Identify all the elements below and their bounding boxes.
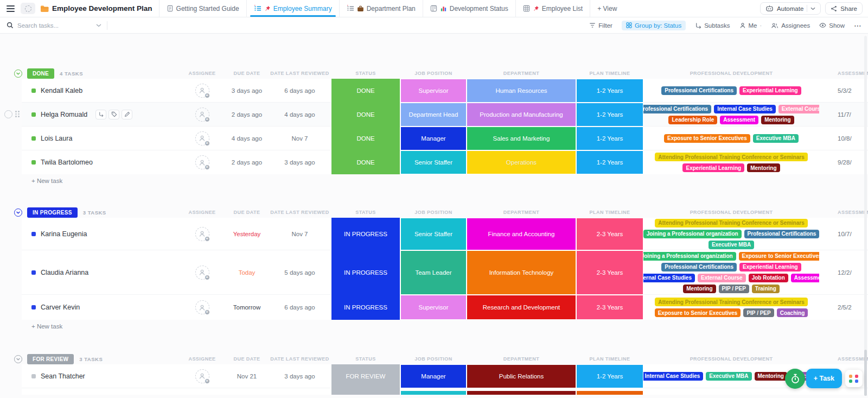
column-header-professional-development[interactable]: PROFESSIONAL DEVELOPMENT [643, 356, 819, 362]
task-status-bullet[interactable] [31, 374, 36, 378]
plan-timeline-cell-value[interactable]: 1-2 Years [577, 79, 643, 102]
new-task-button[interactable]: + New task [22, 320, 868, 333]
vertical-scrollbar-thumb[interactable] [864, 350, 867, 396]
tab-department-plan[interactable]: Department Plan [339, 0, 423, 17]
assessment-cell[interactable]: 9/28/ [819, 150, 868, 174]
column-header-job-position[interactable]: JOB POSITION [400, 356, 467, 362]
assessment-cell[interactable]: 2/5/2 [819, 295, 868, 320]
tag-external-course[interactable]: External Course [778, 105, 819, 113]
tag-internal-case-studies[interactable]: Internal Case Studies [643, 274, 695, 282]
group-status-badge[interactable]: DONE [27, 68, 54, 79]
tag-assessment[interactable]: Assessment [720, 116, 758, 124]
column-header-department[interactable]: DEPARTMENT [467, 210, 576, 215]
department-cell-value[interactable]: Operations [467, 151, 576, 174]
apps-launcher-button[interactable] [845, 370, 863, 387]
tag-training[interactable]: Training [752, 285, 780, 293]
column-header-job-position[interactable]: JOB POSITION [400, 210, 467, 215]
column-header-assessment[interactable]: ASSESSMENT [819, 210, 868, 215]
due-date-cell[interactable]: Tomorrow [225, 295, 269, 320]
status-cell-value[interactable]: DONE [331, 150, 400, 174]
tag-attending-professional-training-conference-or-seminars[interactable]: Attending Professional Training Conferen… [655, 298, 808, 306]
column-header-due-date[interactable]: DUE DATE [225, 356, 269, 362]
column-header-assignee[interactable]: ASSIGNEE [179, 71, 225, 76]
assessment-cell[interactable]: 5/3/2 [819, 79, 868, 103]
date-last-reviewed-cell[interactable]: Nov 7 [269, 218, 331, 250]
task-name[interactable]: Twila Bartolomeo [41, 159, 93, 166]
tag-job-rotation[interactable]: Job Rotation [749, 274, 788, 282]
automate-button[interactable]: Automate [760, 2, 821, 15]
task-status-bullet[interactable] [31, 89, 36, 93]
date-last-reviewed-cell[interactable]: 6 days ago [269, 295, 331, 320]
tag-experiential-learning[interactable]: Experiential Learning [682, 163, 744, 172]
job-position-cell-value[interactable]: Department Head [401, 103, 466, 126]
show-button[interactable]: Show [819, 22, 845, 29]
add-assignee-avatar[interactable]: + [195, 369, 209, 383]
tag-action-button[interactable] [108, 110, 119, 119]
tag-internal-case-studies[interactable]: Internal Case Studies [643, 372, 703, 381]
column-header-plan-timeline[interactable]: PLAN TIMELINE [576, 71, 643, 76]
breadcrumb[interactable]: Employee Development Plan [40, 4, 159, 12]
column-header-date-last-reviewed[interactable]: DATE LAST REVIEWED [269, 71, 331, 76]
plan-timeline-cell-value[interactable]: 1-2 Years [577, 151, 643, 174]
status-cell-value[interactable]: DONE [331, 103, 400, 127]
me-filter-button[interactable]: Me · [739, 22, 762, 29]
column-header-status[interactable]: STATUS [331, 356, 400, 362]
group-status-badge[interactable]: FOR REVIEW [27, 354, 74, 364]
more-options-button[interactable]: ⋯ [854, 21, 861, 30]
add-task-button[interactable]: + Task [806, 369, 842, 388]
task-name[interactable]: Kendall Kaleb [41, 87, 82, 94]
search-input[interactable]: Search tasks... [7, 22, 101, 29]
tag-mentoring[interactable]: Mentoring [755, 372, 787, 381]
department-cell-value[interactable]: Sales and Marketing [467, 127, 576, 150]
tag-executive-mba[interactable]: Executive MBA [709, 241, 754, 249]
tag-professional-certifications[interactable]: Professional Certifications [744, 230, 819, 238]
tag-exposure-to-senior-executives[interactable]: Exposure to Senior Executives [664, 134, 750, 143]
plan-timeline-cell-value[interactable]: 2-3 Years [577, 218, 643, 250]
collapse-chevron-icon[interactable] [14, 355, 22, 363]
due-date-cell[interactable]: Nov 21 [225, 364, 269, 388]
tab-getting-started-guide[interactable]: Getting Started Guide [159, 0, 246, 17]
plan-timeline-cell-value[interactable]: 1-2 Years [577, 127, 643, 150]
collapse-chevron-icon[interactable] [14, 209, 22, 217]
tab-employee-summary[interactable]: Employee Summary [246, 0, 339, 17]
column-header-status[interactable]: STATUS [331, 210, 400, 215]
tag-internal-case-studies[interactable]: Internal Case Studies [714, 105, 776, 113]
tag-professional-certifications[interactable]: Professional Certifications [661, 86, 737, 95]
due-date-cell[interactable]: Today [225, 250, 269, 295]
rename-action-button[interactable] [122, 110, 132, 119]
job-position-cell-value[interactable]: Supervisor [401, 295, 466, 319]
tab-development-status[interactable]: Development Status [423, 0, 515, 17]
task-status-bullet[interactable] [31, 232, 36, 236]
task-name[interactable]: Claudia Arianna [41, 269, 88, 276]
assessment-cell[interactable]: 12/2/ [819, 250, 868, 295]
column-header-date-last-reviewed[interactable]: DATE LAST REVIEWED [269, 356, 331, 362]
tag-leadership-role[interactable]: Leadership Role [668, 116, 717, 124]
subtask-action-button[interactable] [95, 110, 106, 119]
tag-mentoring[interactable]: Mentoring [747, 163, 780, 172]
date-last-reviewed-cell[interactable]: Nov 7 [269, 127, 331, 150]
status-cell-value[interactable]: IN PROGRESS [331, 295, 400, 320]
collapse-chevron-icon[interactable] [14, 70, 22, 78]
job-position-cell-value[interactable]: Senior Staffer [401, 151, 466, 174]
tag-professional-certifications[interactable]: Professional Certifications [661, 263, 737, 271]
task-status-bullet[interactable] [31, 160, 36, 165]
chevron-down-icon[interactable] [96, 24, 101, 27]
column-header-professional-development[interactable]: PROFESSIONAL DEVELOPMENT [643, 71, 819, 76]
add-assignee-avatar[interactable]: + [195, 300, 209, 314]
column-header-assessment[interactable]: ASSESSMENT [819, 71, 868, 76]
job-position-cell-value[interactable]: Supervisor [401, 79, 466, 102]
chevron-down-icon[interactable] [810, 7, 815, 10]
plan-timeline-cell-value[interactable]: 2-3 Years [577, 295, 643, 319]
timer-button[interactable] [785, 369, 805, 389]
tag-professional-certifications[interactable]: Professional Certifications [643, 105, 711, 113]
tag-pip-pep[interactable]: PIP / PEP [743, 308, 774, 317]
tag-mentoring[interactable]: Mentoring [761, 116, 794, 124]
subtasks-button[interactable]: Subtasks [695, 22, 730, 29]
due-date-cell[interactable]: Yesterday [225, 218, 269, 250]
add-assignee-avatar[interactable]: + [195, 84, 209, 98]
task-status-bullet[interactable] [31, 305, 36, 309]
column-header-assignee[interactable]: ASSIGNEE [179, 210, 225, 215]
assessment-cell[interactable]: 10/8/ [819, 127, 868, 150]
task-name[interactable]: Carver Kevin [41, 304, 80, 311]
date-last-reviewed-cell[interactable]: 3 days ago [269, 150, 331, 174]
